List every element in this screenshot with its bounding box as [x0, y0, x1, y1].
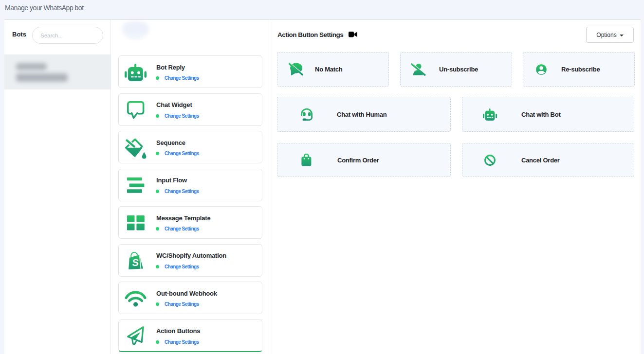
svg-text:S: S	[131, 256, 139, 267]
